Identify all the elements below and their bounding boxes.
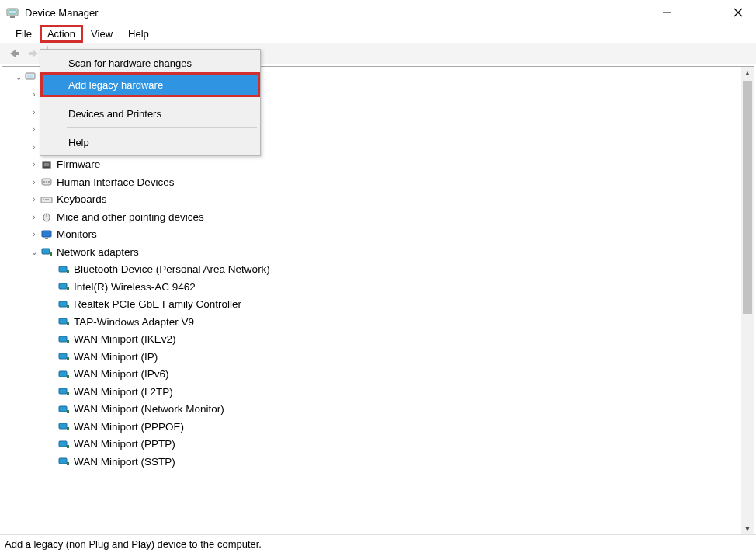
- svg-point-32: [48, 181, 50, 183]
- tree-label: Intel(R) Wireless-AC 9462: [74, 281, 196, 293]
- menu-view[interactable]: View: [83, 25, 120, 43]
- svg-rect-35: [45, 199, 47, 200]
- monitor-icon: [40, 228, 54, 241]
- chevron-icon[interactable]: ›: [29, 160, 40, 169]
- back-button[interactable]: [5, 45, 23, 62]
- tree-label: WAN Miniport (PPTP): [74, 438, 175, 450]
- svg-rect-66: [67, 462, 69, 465]
- menu-separator: [67, 99, 257, 99]
- svg-rect-46: [67, 287, 69, 290]
- chevron-icon[interactable]: ›: [29, 230, 40, 238]
- svg-rect-60: [67, 410, 69, 413]
- action-dropdown: Scan for hardware changes Add legacy har…: [40, 49, 261, 156]
- mouse-icon: [40, 210, 54, 223]
- svg-rect-57: [59, 388, 67, 394]
- tree-device[interactable]: WAN Miniport (IKEv2): [2, 331, 741, 349]
- tree-label: Keyboards: [57, 193, 107, 205]
- tree-device[interactable]: WAN Miniport (Network Monitor): [2, 401, 741, 419]
- svg-rect-64: [67, 445, 69, 448]
- chevron-down-icon[interactable]: ⌄: [13, 73, 24, 82]
- menu-separator: [67, 127, 257, 128]
- svg-rect-47: [59, 301, 67, 307]
- svg-rect-49: [59, 318, 67, 324]
- svg-point-31: [46, 181, 47, 183]
- tree-label: WAN Miniport (Network Monitor): [74, 403, 224, 415]
- svg-rect-58: [67, 392, 69, 395]
- chevron-icon[interactable]: ›: [29, 90, 40, 99]
- chevron-icon[interactable]: ›: [29, 213, 40, 221]
- scroll-up-button[interactable]: ▲: [741, 67, 754, 79]
- network-adapter-icon: [57, 420, 71, 433]
- window-title: Device Manager: [25, 7, 99, 19]
- tree-label: Realtek PCIe GbE Family Controller: [74, 298, 241, 310]
- tree-category[interactable]: › Firmware: [2, 156, 741, 174]
- svg-point-30: [43, 181, 45, 183]
- chevron-icon[interactable]: ›: [29, 143, 40, 151]
- tree-label: Network adapters: [57, 246, 139, 258]
- menu-help[interactable]: Help: [120, 25, 157, 43]
- menu-file[interactable]: File: [8, 25, 40, 43]
- network-adapter-icon: [57, 280, 71, 293]
- network-adapter-icon: [57, 368, 71, 381]
- tree-label: Bluetooth Device (Personal Area Network): [74, 263, 270, 275]
- network-adapter-icon: [57, 315, 71, 328]
- minimize-button[interactable]: [649, 0, 685, 25]
- tree-device[interactable]: WAN Miniport (IPv6): [2, 366, 741, 384]
- tree-label: Monitors: [57, 228, 97, 240]
- chevron-icon[interactable]: ›: [29, 125, 40, 134]
- svg-rect-40: [45, 238, 48, 239]
- svg-rect-41: [42, 249, 50, 254]
- chevron-icon[interactable]: ›: [29, 108, 40, 117]
- svg-rect-61: [59, 423, 67, 429]
- svg-rect-65: [59, 458, 67, 464]
- hid-icon: [40, 176, 54, 188]
- tree-device[interactable]: Intel(R) Wireless-AC 9462: [2, 278, 741, 296]
- tree-device[interactable]: Realtek PCIe GbE Family Controller: [2, 296, 741, 314]
- tree-device[interactable]: WAN Miniport (PPPOE): [2, 418, 741, 436]
- tree-device[interactable]: TAP-Windows Adapter V9: [2, 313, 741, 331]
- tree-category[interactable]: › Keyboards: [2, 191, 741, 209]
- tree-label: Firmware: [57, 158, 100, 170]
- tree-category[interactable]: ⌄ Network adapters: [2, 243, 741, 261]
- svg-rect-56: [67, 375, 69, 378]
- titlebar: Device Manager: [0, 0, 756, 25]
- scroll-thumb[interactable]: [743, 81, 752, 314]
- tree-label: WAN Miniport (PPPOE): [74, 421, 184, 433]
- svg-rect-39: [42, 231, 51, 237]
- menu-scan-hardware[interactable]: Scan for hardware changes: [42, 52, 258, 74]
- tree-device[interactable]: Bluetooth Device (Personal Area Network): [2, 261, 741, 279]
- svg-rect-4: [699, 9, 706, 16]
- svg-rect-51: [59, 336, 67, 342]
- chevron-icon[interactable]: ›: [29, 178, 40, 186]
- menu-help[interactable]: Help: [42, 131, 258, 153]
- keyboard-icon: [40, 193, 54, 206]
- svg-rect-8: [29, 52, 34, 55]
- tree-device[interactable]: WAN Miniport (L2TP): [2, 383, 741, 401]
- close-button[interactable]: [720, 0, 756, 25]
- tree-category[interactable]: › Mice and other pointing devices: [2, 208, 741, 226]
- tree-device[interactable]: WAN Miniport (PPTP): [2, 436, 741, 454]
- tree-label: WAN Miniport (L2TP): [74, 386, 173, 398]
- tree-label: WAN Miniport (IKEv2): [74, 333, 176, 345]
- svg-rect-54: [67, 357, 69, 360]
- menu-devices-and-printers[interactable]: Devices and Printers: [42, 103, 258, 124]
- tree-device[interactable]: WAN Miniport (IP): [2, 348, 741, 366]
- tree-category[interactable]: › Human Interface Devices: [2, 173, 741, 191]
- maximize-button[interactable]: [685, 0, 720, 25]
- svg-rect-2: [10, 16, 15, 18]
- tree-category[interactable]: › Monitors: [2, 226, 741, 244]
- tree-device[interactable]: WAN Miniport (SSTP): [2, 453, 741, 471]
- svg-rect-48: [67, 305, 69, 308]
- network-adapter-icon: [57, 350, 71, 363]
- network-adapter-icon: [57, 333, 71, 346]
- device-manager-icon: [6, 6, 19, 19]
- svg-rect-16: [27, 75, 33, 78]
- tree-label: WAN Miniport (IPv6): [74, 368, 169, 380]
- scroll-down-button[interactable]: ▼: [741, 523, 754, 535]
- chevron-icon[interactable]: ›: [29, 195, 40, 203]
- menu-action[interactable]: Action: [40, 25, 83, 43]
- vertical-scrollbar[interactable]: ▲ ▼: [741, 67, 754, 535]
- chevron-icon[interactable]: ⌄: [29, 248, 40, 256]
- menu-add-legacy-hardware[interactable]: Add legacy hardware: [42, 74, 258, 96]
- computer-icon: [24, 71, 38, 83]
